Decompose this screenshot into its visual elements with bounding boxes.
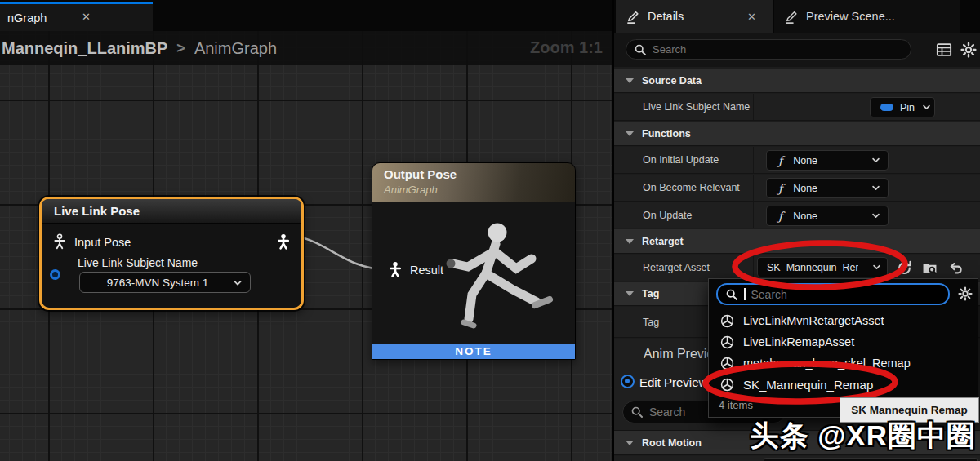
property-label: On Update — [643, 210, 692, 221]
close-icon[interactable]: ✕ — [747, 11, 756, 23]
result-label: Result — [410, 264, 443, 277]
function-dropdown-value: None — [793, 155, 817, 166]
pin-value-icon — [880, 104, 893, 111]
details-search-input[interactable] — [653, 43, 860, 55]
collapse-arrow-icon — [626, 291, 634, 296]
watermark: 头条 @XR圈中圈 — [751, 417, 976, 455]
subject-name-value: 9763-MVN System 1 — [107, 277, 224, 289]
watermark-text: 头条 @XR圈中圈 — [751, 419, 976, 451]
tab-animgraph-label: nGraph — [7, 11, 47, 24]
output-pose-node[interactable]: Output Pose AnimGraph Result NOTE — [372, 162, 576, 360]
settings-gear-icon[interactable] — [960, 42, 977, 58]
ue-editor-window: nGraph ✕ Manneqin_LLanimBP > AnimGraph Z… — [0, 0, 980, 461]
column-splitter[interactable] — [753, 94, 754, 120]
section-functions[interactable]: Functions — [614, 122, 980, 146]
section-retarget[interactable]: Retarget — [614, 229, 980, 254]
subject-name-label: Live Link Subject Name — [78, 256, 198, 269]
node-header: Live Link Pose — [42, 199, 301, 224]
input-pose-label: Input Pose — [74, 236, 131, 249]
zoom-level: Zoom 1:1 — [530, 38, 603, 57]
output-pose-pin-icon[interactable] — [275, 233, 292, 250]
asset-item-livelinkmvnretargetasset[interactable]: LiveLinkMvnRetargetAsset — [709, 310, 978, 331]
asset-item-label: metahuman_base_skel_Remap — [743, 357, 911, 370]
section-title: Functions — [642, 128, 691, 140]
node-subtitle: AnimGraph — [384, 184, 438, 196]
chevron-down-icon — [871, 183, 881, 193]
property-label: On Initial Update — [643, 154, 719, 166]
function-dropdown-value: None — [793, 211, 817, 222]
function-icon: ƒ — [778, 210, 782, 223]
edit-preview-label: Edit Preview — [639, 375, 707, 389]
function-dropdown[interactable]: ƒ None — [766, 178, 889, 198]
use-selected-asset-icon[interactable] — [897, 260, 912, 276]
function-dropdown[interactable]: ƒ None — [766, 150, 889, 171]
row-on-initial-update: On Initial Update ƒ None — [614, 147, 980, 174]
asset-item-label: LiveLinkRemapAsset — [743, 335, 854, 348]
tab-preview-scene[interactable]: Preview Scene... — [774, 0, 960, 33]
subject-input-pin-icon[interactable] — [50, 269, 60, 280]
row-partial — [614, 456, 980, 461]
column-splitter[interactable] — [753, 175, 754, 201]
property-label: Live Link Subject Name — [643, 101, 750, 113]
pin-dropdown[interactable]: Pin — [870, 97, 935, 117]
collapse-arrow-icon — [626, 78, 634, 83]
partial-dropdown[interactable] — [764, 458, 978, 461]
section-source-data[interactable]: Source Data — [614, 69, 980, 93]
tab-animgraph[interactable]: nGraph ✕ — [0, 2, 153, 31]
reset-to-default-icon[interactable] — [948, 260, 964, 276]
search-icon — [725, 288, 738, 301]
edit-preview-radio[interactable] — [621, 375, 635, 388]
chevron-down-icon — [232, 277, 243, 289]
asset-search-input[interactable] — [751, 288, 919, 301]
display-filter-icon[interactable] — [936, 42, 952, 58]
chevron-down-icon — [871, 262, 882, 273]
item-count: 4 items — [719, 399, 753, 411]
graph-tab-bar: nGraph ✕ — [0, 0, 612, 31]
animgraph-canvas[interactable]: nGraph ✕ Manneqin_LLanimBP > AnimGraph Z… — [0, 0, 612, 461]
details-toolbar — [614, 33, 980, 67]
subject-name-dropdown[interactable]: 9763-MVN System 1 — [79, 272, 251, 293]
column-splitter[interactable] — [753, 147, 754, 173]
chevron-right-icon: > — [176, 40, 185, 57]
row-on-become-relevant: On Become Relevant ƒ None — [614, 175, 980, 202]
retarget-asset-dropdown[interactable]: SK_Mannequin_Remap — [757, 257, 888, 277]
asset-item-metahuman-base-skel-remap[interactable]: metahuman_base_skel_Remap — [709, 352, 978, 374]
column-splitter[interactable] — [753, 255, 754, 281]
tooltip-text: SK Mannequin Remap — [851, 404, 968, 416]
result-pin-icon[interactable] — [387, 261, 403, 277]
section-title: Tag — [642, 288, 659, 299]
column-splitter[interactable] — [753, 202, 754, 228]
asset-search-box[interactable] — [716, 283, 950, 305]
details-tab-bar: Details ✕ Preview Scene... — [614, 0, 980, 33]
breadcrumb-blueprint[interactable]: Manneqin_LLanimBP — [2, 39, 167, 58]
function-dropdown[interactable]: ƒ None — [766, 206, 889, 226]
asset-item-label: SK_Mannequin_Remap — [743, 378, 873, 392]
property-label: Tag — [643, 317, 659, 328]
close-icon[interactable]: ✕ — [82, 11, 91, 23]
collapse-arrow-icon — [626, 441, 634, 445]
function-icon: ƒ — [778, 154, 782, 167]
tab-details-label: Details — [648, 10, 684, 23]
search-icon — [634, 43, 647, 56]
node-title: Live Link Pose — [42, 199, 301, 224]
settings-gear-icon[interactable] — [958, 286, 973, 301]
live-link-pose-node[interactable]: Live Link Pose Input Pose Live Link Subj… — [39, 197, 304, 310]
row-on-update: On Update ƒ None — [614, 202, 980, 228]
breadcrumb-animgraph[interactable]: AnimGraph — [194, 39, 277, 58]
pin-dropdown-value: Pin — [900, 102, 915, 113]
browse-to-asset-icon[interactable] — [922, 260, 938, 276]
pose-pin-outline-icon[interactable] — [51, 233, 68, 250]
collapse-arrow-icon — [626, 239, 634, 244]
asset-class-icon — [720, 314, 734, 328]
function-dropdown-value: None — [793, 183, 817, 194]
asset-class-icon — [720, 335, 734, 349]
asset-item-sk-mannequin-remap[interactable]: SK_Mannequin_Remap — [709, 374, 978, 395]
chevron-down-icon — [871, 155, 881, 166]
asset-item-label: LiveLinkMvnRetargetAsset — [743, 314, 884, 327]
details-search-box[interactable] — [626, 39, 911, 60]
note-bar[interactable]: NOTE — [372, 344, 575, 359]
property-label: Retarget Asset — [643, 262, 710, 273]
tab-details[interactable]: Details ✕ — [616, 0, 773, 33]
chevron-down-icon — [871, 211, 881, 221]
asset-item-livelinkremapasset[interactable]: LiveLinkRemapAsset — [709, 331, 978, 352]
